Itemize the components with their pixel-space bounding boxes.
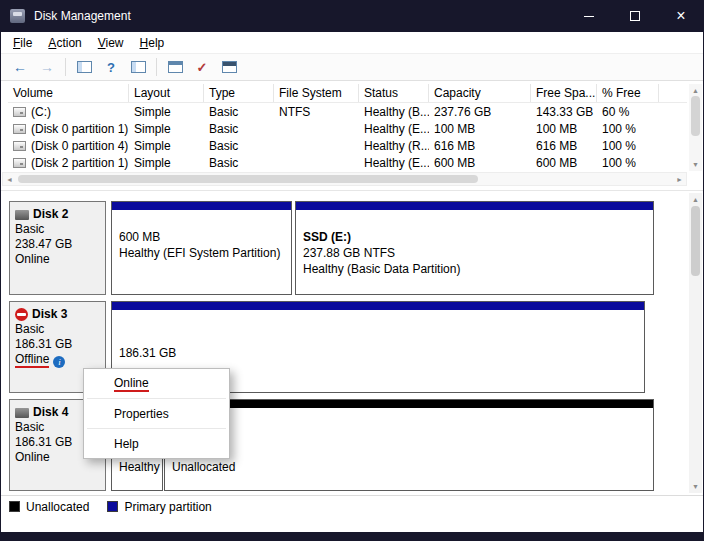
column-header-status[interactable]: Status [359,84,429,102]
column-header-type[interactable]: Type [204,84,274,102]
disk-2-partition-2[interactable]: SSD (E:) 237.88 GB NTFS Healthy (Basic D… [295,201,654,295]
volume-capacity: 237.76 GB [429,103,531,120]
disk-name: Disk 3 [32,307,67,322]
column-header-free-space[interactable]: Free Spa... [531,84,597,102]
volume-type: Basic [204,120,274,137]
volume-layout: Simple [129,120,204,137]
action-pane-icon[interactable] [129,58,147,76]
window-title: Disk Management [34,9,131,23]
scroll-left-icon[interactable] [6,176,13,183]
scroll-up-icon[interactable] [692,87,699,94]
column-header-volume[interactable]: Volume [8,84,129,102]
minimize-button[interactable] [566,0,612,32]
column-header-layout[interactable]: Layout [129,84,204,102]
volume-list-vertical-scrollbar[interactable] [689,84,702,171]
column-header-pct-free[interactable]: % Free [597,84,659,102]
volume-free-space: 100 MB [531,120,597,137]
graphical-view-vertical-scrollbar[interactable] [689,193,702,493]
properties-icon[interactable] [220,58,238,76]
disk-name: Disk 4 [33,405,68,420]
unallocated-label: Unallocated [172,459,653,475]
menu-view[interactable]: View [90,34,132,52]
volume-pct-free: 100 % [597,137,659,154]
unallocated-bar [165,400,653,408]
properties-glyph [222,61,237,73]
legend-item-primary-partition: Primary partition [107,500,211,514]
scroll-down-icon[interactable] [692,483,699,490]
disk-kind: Basic [15,322,100,337]
volume-row[interactable]: (Disk 0 partition 1) Simple Basic Health… [8,120,687,137]
disk-state-offline[interactable]: Offline [15,352,49,368]
volume-file-system [274,120,359,137]
properties-menu-label: Properties [114,407,169,421]
volume-pct-free: 60 % [597,103,659,120]
scrollbar-thumb[interactable] [691,96,700,136]
volume-icon [13,107,26,117]
volume-layout: Simple [129,154,204,171]
menu-action[interactable]: Action [40,34,89,52]
volume-status: Healthy (E... [359,154,429,171]
volume-layout: Simple [129,137,204,154]
context-menu-item-help[interactable]: Help [84,429,229,458]
menu-file[interactable]: File [5,34,40,52]
scroll-right-icon[interactable] [676,176,683,183]
scrollbar-thumb[interactable] [691,206,700,276]
context-menu: Online Properties Help [83,368,230,459]
legend-label: Primary partition [124,500,211,514]
context-menu-item-online[interactable]: Online [84,369,229,398]
context-menu-item-properties[interactable]: Properties [84,399,229,428]
online-menu-label: Online [114,376,149,392]
partition-title: SSD (E:) [303,229,653,245]
close-button[interactable] [658,0,704,32]
partition-line [119,329,644,345]
volume-file-system [274,154,359,171]
column-header-file-system[interactable]: File System [274,84,359,102]
disk-icon [15,408,29,418]
info-icon[interactable] [53,356,65,368]
volume-capacity: 600 MB [429,154,531,171]
volume-status: Healthy (E... [359,120,429,137]
forward-icon[interactable] [38,58,56,76]
maximize-button[interactable] [612,0,658,32]
scroll-down-icon[interactable] [692,161,699,168]
volume-row[interactable]: (C:) Simple Basic NTFS Healthy (B... 237… [8,103,687,120]
partition-status: Healthy (Basic Data Partition) [303,261,653,277]
volume-row[interactable]: (Disk 2 partition 1) Simple Basic Health… [8,154,687,171]
maximize-icon [630,11,640,21]
volume-name: (Disk 0 partition 4) [31,139,128,153]
dialog-glyph [168,61,183,73]
check-icon[interactable] [193,58,211,76]
back-icon[interactable] [11,58,29,76]
volume-pct-free: 100 % [597,154,659,171]
volume-icon [13,141,26,151]
volume-row[interactable]: (Disk 0 partition 4) Simple Basic Health… [8,137,687,154]
disk-kind: Basic [15,222,100,237]
column-header-capacity[interactable]: Capacity [429,84,531,102]
disk-2-partition-1[interactable]: 600 MB Healthy (EFI System Partition) [111,201,292,295]
legend-label: Unallocated [26,500,89,514]
volume-free-space: 143.33 GB [531,103,597,120]
partition-line [172,443,653,459]
volume-capacity: 100 MB [429,120,531,137]
menu-help[interactable]: Help [132,34,173,52]
disk-2-label[interactable]: Disk 2 Basic 238.47 GB Online [9,201,106,295]
dialog-icon[interactable] [166,58,184,76]
legend-bar: Unallocated Primary partition [1,495,703,517]
volume-name: (C:) [31,105,51,119]
minimize-icon [584,16,594,17]
scrollbar-thumb[interactable] [18,175,478,183]
toolbar-separator [65,58,66,76]
disk-4-unallocated-region[interactable]: Unallocated [164,399,654,491]
unallocated-swatch [9,501,20,512]
disk-size: 238.47 GB [15,237,100,252]
help-menu-label: Help [114,437,139,451]
help-icon[interactable] [102,58,120,76]
disk-name: Disk 2 [33,207,68,222]
volume-list: Volume Layout Type File System Status Ca… [8,84,687,171]
volume-status: Healthy (R... [359,137,429,154]
console-tree-icon[interactable] [75,58,93,76]
volume-list-horizontal-scrollbar[interactable] [2,172,687,186]
scroll-up-icon[interactable] [692,196,699,203]
volume-icon [13,158,26,168]
volume-free-space: 600 MB [531,154,597,171]
